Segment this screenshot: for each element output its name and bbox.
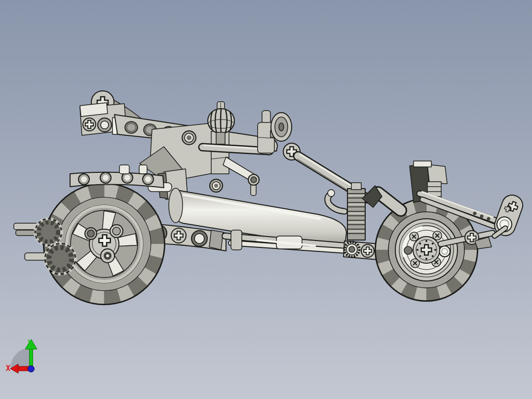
axis-z-dot	[28, 366, 35, 372]
triad-wedge	[10, 348, 31, 368]
model-canvas[interactable]: X Y	[0, 0, 532, 399]
shift-lever	[328, 190, 344, 211]
axis-triad: X Y	[6, 339, 37, 373]
steering-assembly	[202, 102, 367, 200]
buggy-model[interactable]	[14, 91, 526, 305]
damper	[248, 174, 259, 196]
steering-wheel	[270, 113, 292, 141]
cad-viewport[interactable]: X Y	[0, 0, 532, 399]
axle-funnel	[362, 186, 401, 210]
rear-hub	[413, 237, 440, 263]
axis-x-label: X	[6, 364, 10, 373]
axis-y-label: Y	[28, 339, 32, 348]
